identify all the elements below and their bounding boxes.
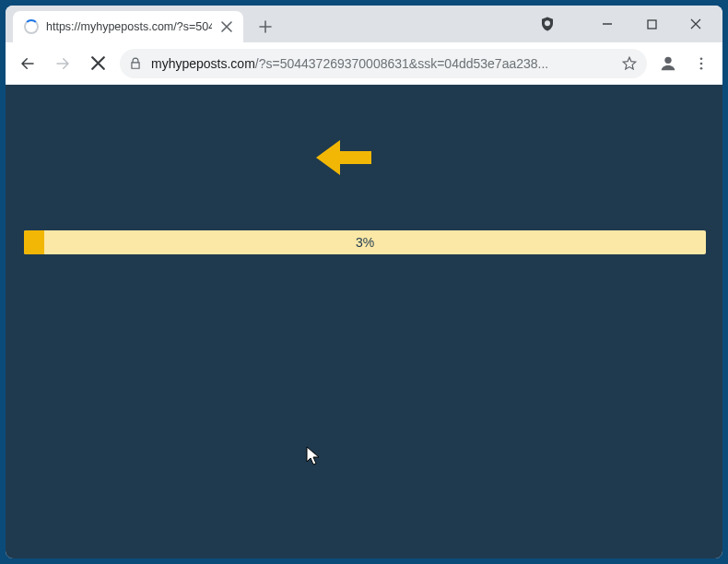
new-tab-button[interactable] <box>252 14 278 40</box>
maximize-button[interactable] <box>640 12 663 36</box>
svg-rect-1 <box>648 20 656 29</box>
bookmark-button[interactable] <box>621 55 638 72</box>
window-controls <box>595 6 717 42</box>
svg-point-0 <box>545 20 550 26</box>
forward-button[interactable] <box>50 51 76 76</box>
profile-button[interactable] <box>656 52 680 76</box>
arrow-left-icon <box>314 138 371 181</box>
svg-point-2 <box>664 56 671 63</box>
minimize-button[interactable] <box>595 12 619 36</box>
shield-icon <box>538 15 557 33</box>
cursor-icon <box>306 446 321 470</box>
close-tab-button[interactable] <box>219 19 234 34</box>
svg-point-4 <box>700 62 703 65</box>
menu-button[interactable] <box>689 52 713 76</box>
url-host: myhypeposts.com <box>151 56 255 71</box>
progress-bar: 3% <box>24 230 706 254</box>
lock-icon <box>129 57 142 70</box>
titlebar: https://myhypeposts.com/?s=504 <box>6 6 722 42</box>
progress-label: 3% <box>356 235 374 250</box>
back-button[interactable] <box>15 51 41 76</box>
close-window-button[interactable] <box>684 12 708 36</box>
toolbar: myhypeposts.com/?s=504437269370008631&ss… <box>6 42 722 85</box>
progress-track: 3% <box>24 230 706 254</box>
svg-point-5 <box>700 66 703 69</box>
url-text: myhypeposts.com/?s=504437269370008631&ss… <box>151 56 612 71</box>
svg-point-3 <box>700 57 703 60</box>
loading-spinner-icon <box>24 19 39 34</box>
address-bar[interactable]: myhypeposts.com/?s=504437269370008631&ss… <box>120 49 647 78</box>
stop-reload-button[interactable] <box>85 51 111 76</box>
progress-fill <box>24 230 44 254</box>
url-path: /?s=504437269370008631&ssk=04dd53e7aa238… <box>255 56 548 71</box>
tab-title: https://myhypeposts.com/?s=504 <box>46 20 212 33</box>
browser-tab[interactable]: https://myhypeposts.com/?s=504 <box>13 11 243 42</box>
browser-window: https://myhypeposts.com/?s=504 <box>6 6 722 558</box>
page-content: 3% <box>6 85 722 558</box>
